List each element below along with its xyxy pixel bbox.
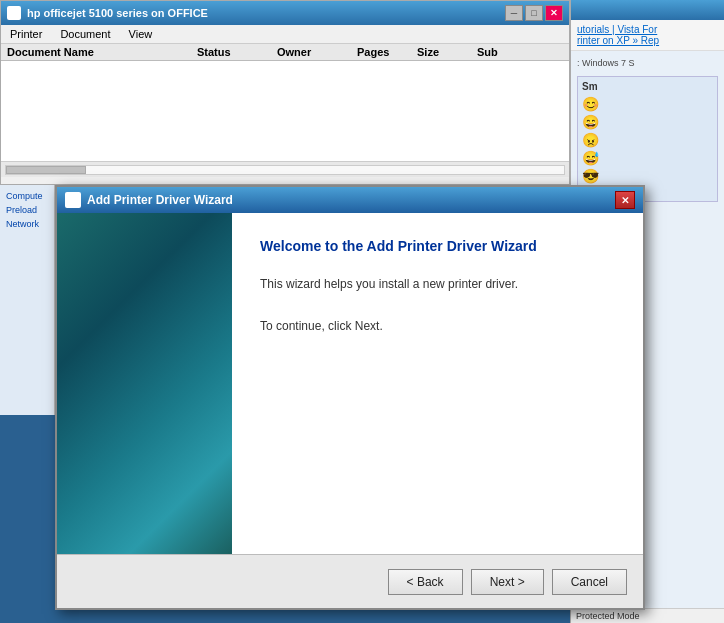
wizard-title-icon: 🖨 xyxy=(65,192,81,208)
wizard-title: Add Printer Driver Wizard xyxy=(87,193,233,207)
scroll-thumb[interactable] xyxy=(6,166,86,174)
wizard-titlebar: 🖨 Add Printer Driver Wizard ✕ xyxy=(57,187,643,213)
printer-titlebar: 🖨 hp officejet 5100 series on OFFICE ─ □… xyxy=(1,1,569,25)
printer-close-btn[interactable]: ✕ xyxy=(545,5,563,21)
printer-scrollbar[interactable] xyxy=(1,161,569,177)
smiley-row-3: 😠 xyxy=(582,132,713,148)
smiley-row-4: 😅 xyxy=(582,150,713,166)
smiley-row-1: 😊 xyxy=(582,96,713,112)
printer-menubar: Printer Document View xyxy=(1,25,569,44)
scroll-track[interactable] xyxy=(5,165,565,175)
col-pages: Pages xyxy=(357,46,417,58)
sidebar-smileys-section: Sm 😊 😄 😠 😅 😎 [Mo xyxy=(577,76,718,202)
col-owner: Owner xyxy=(277,46,357,58)
right-nav-links: utorials | Vista For rinter on XP » Rep xyxy=(571,20,724,51)
printer-titlebar-controls: ─ □ ✕ xyxy=(505,5,563,21)
sidebar-item-preload[interactable]: Preload xyxy=(2,203,52,217)
wizard-heading: Welcome to the Add Printer Driver Wizard xyxy=(260,237,615,255)
add-printer-driver-wizard: 🖨 Add Printer Driver Wizard ✕ Welcome to… xyxy=(55,185,645,610)
smileys-label: Sm xyxy=(582,81,713,92)
wizard-titlebar-controls: ✕ xyxy=(615,191,635,209)
left-sidebar: Compute Preload Network xyxy=(0,185,55,415)
printer-minimize-btn[interactable]: ─ xyxy=(505,5,523,21)
smiley-5: 😎 xyxy=(582,168,599,184)
wizard-decorative-panel xyxy=(57,213,232,554)
wizard-body: Welcome to the Add Printer Driver Wizard… xyxy=(57,213,643,554)
tutorials-link[interactable]: utorials | Vista For xyxy=(577,24,657,35)
menu-document[interactable]: Document xyxy=(57,27,113,41)
menu-printer[interactable]: Printer xyxy=(7,27,45,41)
wizard-description: This wizard helps you install a new prin… xyxy=(260,275,615,293)
printer-title-icon: 🖨 xyxy=(7,6,21,20)
printer-table-header: Document Name Status Owner Pages Size Su… xyxy=(1,44,569,61)
windows7-badge: : Windows 7 S xyxy=(577,58,718,68)
smiley-row-2: 😄 xyxy=(582,114,713,130)
sidebar-item-network[interactable]: Network xyxy=(2,217,52,231)
next-button[interactable]: Next > xyxy=(471,569,544,595)
col-document-name: Document Name xyxy=(7,46,197,58)
smiley-1: 😊 xyxy=(582,96,599,112)
sidebar-item-computer[interactable]: Compute xyxy=(2,189,52,203)
smiley-2: 😄 xyxy=(582,114,599,130)
smiley-4: 😅 xyxy=(582,150,599,166)
printer-maximize-btn[interactable]: □ xyxy=(525,5,543,21)
smiley-3: 😠 xyxy=(582,132,599,148)
smiley-row-5: 😎 xyxy=(582,168,713,184)
wizard-instruction: To continue, click Next. xyxy=(260,317,615,335)
printer-content-area xyxy=(1,61,569,161)
wizard-footer: < Back Next > Cancel xyxy=(57,554,643,608)
printer-queue-window: 🖨 hp officejet 5100 series on OFFICE ─ □… xyxy=(0,0,570,185)
col-sub: Sub xyxy=(477,46,563,58)
back-button[interactable]: < Back xyxy=(388,569,463,595)
wizard-close-btn[interactable]: ✕ xyxy=(615,191,635,209)
wizard-content-panel: Welcome to the Add Printer Driver Wizard… xyxy=(232,213,643,554)
printer-window-title: hp officejet 5100 series on OFFICE xyxy=(27,7,208,19)
right-panel-top xyxy=(571,0,724,20)
menu-view[interactable]: View xyxy=(126,27,156,41)
col-size: Size xyxy=(417,46,477,58)
xp-link[interactable]: rinter on XP » Rep xyxy=(577,35,659,46)
protected-mode-indicator: Protected Mode xyxy=(570,608,724,623)
cancel-button[interactable]: Cancel xyxy=(552,569,627,595)
col-status: Status xyxy=(197,46,277,58)
